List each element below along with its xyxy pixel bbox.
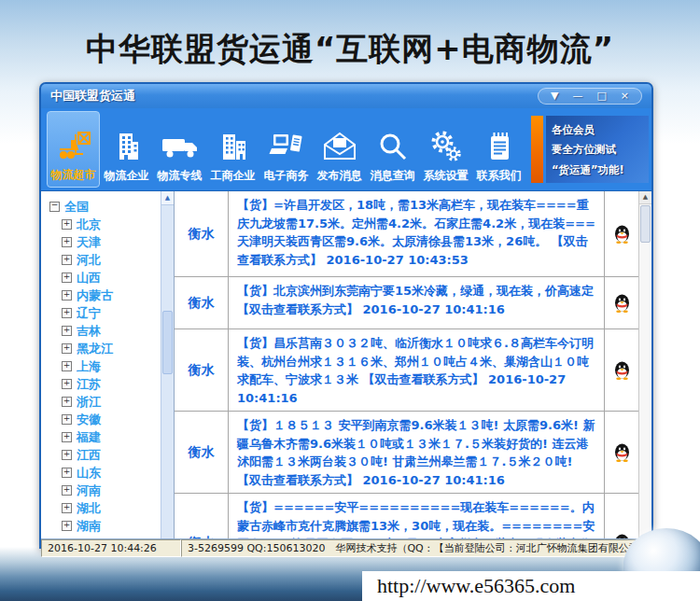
tree-item[interactable]: 内蒙古 <box>49 287 161 304</box>
tree-scrollbar[interactable]: ▲ <box>161 191 174 538</box>
page-title: 中华联盟货运通“互联网+电商物流” <box>0 28 700 71</box>
toolbar-item-label: 消息查询 <box>371 168 415 184</box>
tree-item[interactable]: 安徽 <box>49 411 161 428</box>
row-city: 衡水 <box>175 277 229 328</box>
tree-item[interactable]: 江苏 <box>49 375 161 393</box>
maximize-icon[interactable]: □ <box>596 90 606 103</box>
expand-icon[interactable] <box>62 308 72 318</box>
app-window: 中国联盟货运通 ▼ — □ × <box>39 82 653 549</box>
toolbar-item-ecommerce[interactable]: 电子商务 <box>259 111 313 188</box>
row-message[interactable]: 【货】======安平==========现在装车======。内蒙古赤峰市克什… <box>229 494 605 538</box>
collapse-icon[interactable] <box>49 202 60 212</box>
toolbar-item-message-query[interactable]: 消息查询 <box>366 111 419 188</box>
window-titlebar[interactable]: 中国联盟货运通 ▼ — □ × <box>41 84 651 108</box>
scrollbar-thumb[interactable] <box>162 311 173 374</box>
expand-icon[interactable] <box>62 343 72 354</box>
toolbar-item-label: 电子商务 <box>264 168 309 184</box>
menu-icon[interactable]: ▼ <box>551 90 558 103</box>
qq-penguin-icon[interactable] <box>605 329 638 411</box>
tree-item-label: 黑龙江 <box>77 341 113 357</box>
expand-icon[interactable] <box>62 219 72 230</box>
tree-item-label: 江苏 <box>77 376 101 393</box>
close-icon[interactable]: × <box>621 90 629 103</box>
minimize-icon[interactable]: — <box>572 90 582 103</box>
building-icon <box>108 125 146 168</box>
row-message[interactable]: 【货】北京滨州到东莞南宁要15米冷藏，绿通，现在装，价高速定 【双击查看联系方式… <box>229 277 605 328</box>
qq-penguin-icon[interactable] <box>605 494 638 538</box>
row-city: 衡水 <box>175 494 229 538</box>
tree-item[interactable]: 山东 <box>49 464 161 482</box>
tree-item[interactable]: 福建 <box>49 428 161 446</box>
window-controls: ▼ — □ × <box>538 88 642 105</box>
tree-item-label: 河南 <box>77 482 101 499</box>
row-message[interactable]: 【货】昌乐莒南３０３２吨、临沂衡水１０吨求６.８高栏车今订明装、杭州台州求１３１… <box>229 329 605 411</box>
qq-penguin-icon[interactable] <box>605 277 638 328</box>
toolbar-item-contact-us[interactable]: 联系我们 <box>472 111 525 188</box>
scroll-up-icon[interactable]: ▲ <box>639 191 651 204</box>
tree-item[interactable]: 山西 <box>49 269 161 287</box>
site-url-text: http://www.e56365.com <box>377 574 575 598</box>
toolbar-item-label: 工商企业 <box>211 168 256 184</box>
toolbar-item-label: 物流专线 <box>158 168 203 184</box>
promo-banner-line: 各位会员 <box>552 120 643 140</box>
tree-item-label: 山西 <box>77 270 101 287</box>
table-scrollbar[interactable]: ▲ <box>638 191 651 538</box>
expand-icon[interactable] <box>62 255 72 265</box>
tree-item-label: 天津 <box>77 234 101 251</box>
table-row[interactable]: 衡水 【货】昌乐莒南３０３２吨、临沂衡水１０吨求６.８高栏车今订明装、杭州台州求… <box>175 329 638 412</box>
scroll-up-icon[interactable]: ▲ <box>161 191 174 205</box>
qq-penguin-icon[interactable] <box>605 191 638 276</box>
computer-icon <box>268 125 305 168</box>
tree-item[interactable]: 北京 <box>49 216 161 233</box>
table-row[interactable]: 衡水 【货】=许昌开发区，18吨，需13米高栏车，现在装车====重庆九龙坡需1… <box>175 191 638 277</box>
main-area: 全国 北京 天津 河北 山西 内蒙古 辽宁 吉林 黑龙江 上海 江苏 浙江 安徽… <box>41 190 651 538</box>
tree-item[interactable]: 河北 <box>49 251 161 269</box>
expand-icon[interactable] <box>62 273 72 283</box>
row-message[interactable]: 【货】=许昌开发区，18吨，需13米高栏车，现在装车====重庆九龙坡需17.5… <box>229 191 605 276</box>
toolbar-item-label: 发布消息 <box>317 168 362 184</box>
expand-icon[interactable] <box>62 290 72 300</box>
gear-icon <box>427 125 465 168</box>
notepad-icon <box>481 125 518 168</box>
tree-item[interactable]: 辽宁 <box>49 304 161 322</box>
tree-item[interactable]: 吉林 <box>49 322 161 340</box>
tree-item[interactable]: 上海 <box>49 357 161 375</box>
tree-item-root[interactable]: 全国 <box>49 198 161 216</box>
expand-icon[interactable] <box>62 379 72 389</box>
tree-item-label: 浙江 <box>77 394 101 411</box>
expand-icon[interactable] <box>62 468 72 478</box>
expand-icon[interactable] <box>62 450 72 460</box>
table-row[interactable]: 衡水 【货】１８５１３ 安平到南京需9.6米装１３吨! 太原需9.6米! 新疆乌… <box>175 412 638 494</box>
expand-icon[interactable] <box>62 237 72 247</box>
toolbar-item-logistics-line[interactable]: 物流专线 <box>153 111 206 188</box>
qq-penguin-icon[interactable] <box>605 412 638 493</box>
table-row[interactable]: 衡水 【货】======安平==========现在装车======。内蒙古赤峰… <box>175 494 638 538</box>
expand-icon[interactable] <box>62 326 72 336</box>
tree-item[interactable]: 浙江 <box>49 393 161 411</box>
toolbar-item-logistics-market[interactable]: 物流超市 <box>47 111 100 188</box>
tree-item[interactable]: 湖北 <box>49 499 161 517</box>
toolbar-item-logistics-company[interactable]: 物流企业 <box>100 111 153 188</box>
toolbar-item-publish-message[interactable]: 发布消息 <box>313 111 366 188</box>
scrollbar-thumb[interactable] <box>640 205 651 243</box>
row-message[interactable]: 【货】１８５１３ 安平到南京需9.6米装１３吨! 太原需9.6米! 新疆乌鲁木齐… <box>229 412 605 493</box>
toolbar-item-system-settings[interactable]: 系统设置 <box>419 111 472 188</box>
search-icon <box>374 125 412 168</box>
expand-icon[interactable] <box>62 397 72 407</box>
expand-icon[interactable] <box>62 414 72 425</box>
expand-icon[interactable] <box>62 361 72 371</box>
tree-item[interactable]: 天津 <box>49 233 161 251</box>
tree-item-label: 河北 <box>77 252 101 269</box>
row-city: 衡水 <box>175 191 229 276</box>
table-row[interactable]: 衡水 【货】北京滨州到东莞南宁要15米冷藏，绿通，现在装，价高速定 【双击查看联… <box>175 277 638 329</box>
expand-icon[interactable] <box>62 521 72 531</box>
tree-item[interactable]: 河南 <box>49 482 161 499</box>
tree-item[interactable]: 湖南 <box>49 517 161 535</box>
toolbar-item-label: 联系我们 <box>477 168 522 184</box>
expand-icon[interactable] <box>62 485 72 496</box>
expand-icon[interactable] <box>62 432 72 442</box>
toolbar-item-business-company[interactable]: 工商企业 <box>206 111 259 188</box>
tree-item[interactable]: 江西 <box>49 446 161 464</box>
tree-item[interactable]: 黑龙江 <box>49 340 161 357</box>
expand-icon[interactable] <box>62 503 72 513</box>
